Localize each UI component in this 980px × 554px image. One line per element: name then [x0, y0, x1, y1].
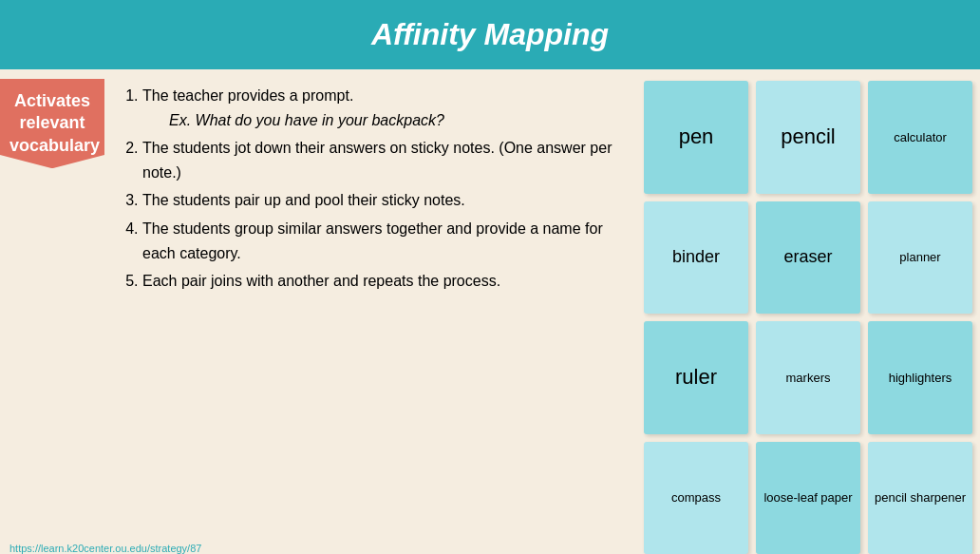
sticky-note: pencil sharpener: [868, 442, 972, 555]
list-item: The students jot down their answers on s…: [142, 136, 617, 184]
sticky-note: highlighters: [868, 321, 972, 434]
sticky-note: compass: [644, 442, 748, 555]
page-title: Affinity Mapping: [0, 0, 980, 69]
sticky-notes-grid: pen pencil calculator binder eraser plan…: [636, 69, 980, 554]
activates-badge: Activates relevant vocabulary: [0, 79, 104, 168]
list-item: The teacher provides a prompt. Ex. What …: [142, 84, 617, 132]
sticky-note: ruler: [644, 321, 748, 434]
sticky-note: calculator: [868, 81, 972, 194]
sticky-note: binder: [644, 201, 748, 315]
list-item: The students group similar answers toget…: [142, 217, 617, 265]
sticky-note: pencil: [756, 81, 860, 194]
instructions-panel: The teacher provides a prompt. Ex. What …: [114, 69, 636, 554]
sticky-note: loose-leaf paper: [756, 442, 860, 555]
sticky-note: markers: [756, 321, 860, 434]
sticky-note: pen: [644, 81, 748, 194]
footer-link[interactable]: https://learn.k20center.ou.edu/strategy/…: [9, 543, 201, 554]
sticky-note: eraser: [756, 201, 860, 315]
sticky-note: planner: [868, 201, 972, 315]
list-item: Each pair joins with another and repeats…: [142, 269, 617, 294]
list-item: The students pair up and pool their stic…: [142, 188, 617, 213]
